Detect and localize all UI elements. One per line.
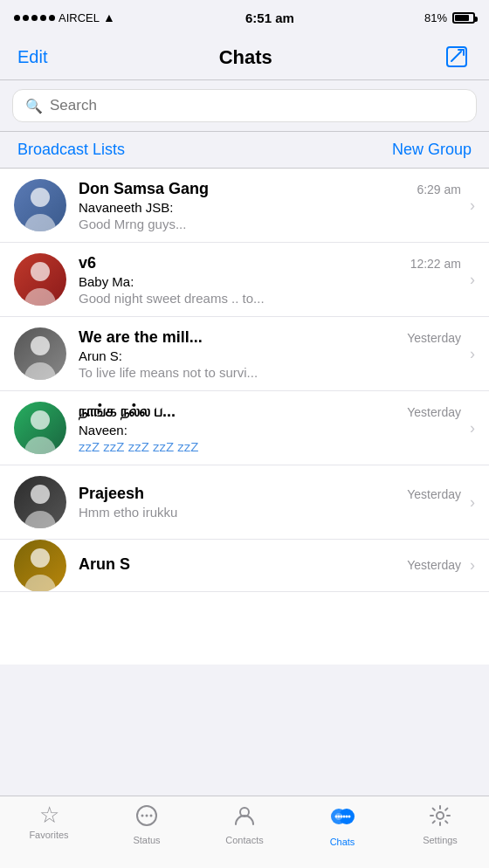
avatar <box>14 402 66 454</box>
tab-contacts-label: Contacts <box>225 835 263 845</box>
edit-button[interactable]: Edit <box>17 47 47 67</box>
status-bar: AIRCEL ▲ 6:51 am 81% <box>0 0 489 35</box>
chat-header: Don Samsa Gang6:29 am <box>79 180 461 198</box>
broadcast-lists-button[interactable]: Broadcast Lists <box>17 141 125 159</box>
search-bar[interactable]: 🔍 <box>12 89 477 122</box>
chat-name: v6 <box>79 254 96 272</box>
tab-settings-label: Settings <box>423 835 458 845</box>
chat-item[interactable]: v612:22 amBaby Ma:Good night sweet dream… <box>0 243 489 317</box>
chat-item[interactable]: Arun SYesterday› <box>0 540 489 592</box>
chat-preview: zzZ zzZ zzZ zzZ zzZ <box>79 439 461 454</box>
settings-icon <box>428 803 452 831</box>
chat-sender: Baby Ma: <box>79 274 461 289</box>
chat-header: நாங்க நல்ல ப...Yesterday <box>79 403 461 421</box>
chat-name: Don Samsa Gang <box>79 180 209 198</box>
chat-content: நாங்க நல்ல ப...YesterdayNaveen:zzZ zzZ z… <box>79 403 461 454</box>
signal-dot <box>31 15 38 21</box>
chevron-right-icon: › <box>470 419 475 437</box>
signal-dots <box>14 15 55 21</box>
page-title: Chats <box>219 46 272 69</box>
chat-content: v612:22 amBaby Ma:Good night sweet dream… <box>79 254 461 306</box>
svg-point-16 <box>437 812 444 819</box>
chevron-right-icon: › <box>470 556 475 575</box>
svg-point-5 <box>150 815 153 817</box>
tab-contacts[interactable]: Contacts <box>196 803 293 845</box>
wifi-icon: ▲ <box>103 10 115 24</box>
chat-list: Don Samsa Gang6:29 amNavaneeth JSB:Good … <box>0 169 489 665</box>
chats-icon <box>329 803 355 833</box>
signal-dot <box>49 15 55 21</box>
chat-content: Arun SYesterday <box>79 555 461 575</box>
chevron-right-icon: › <box>470 196 475 215</box>
chat-name: நாங்க நல்ல ப... <box>79 403 176 421</box>
chat-time: Yesterday <box>407 405 461 419</box>
tab-favorites-label: Favorites <box>29 830 68 840</box>
chat-item[interactable]: PrajeeshYesterdayHmm etho irukku› <box>0 465 489 540</box>
nav-bar: Edit Chats <box>0 35 489 80</box>
chat-header: PrajeeshYesterday <box>79 485 461 503</box>
tab-status[interactable]: Status <box>98 803 196 845</box>
carrier-name: AIRCEL ▲ <box>59 10 115 24</box>
chat-name: Prajeesh <box>79 485 144 503</box>
chat-sender: Naveen: <box>79 423 461 437</box>
chat-item[interactable]: Don Samsa Gang6:29 amNavaneeth JSB:Good … <box>0 169 489 243</box>
signal-dot <box>14 15 20 21</box>
search-input[interactable] <box>50 97 464 114</box>
chat-sender: Navaneeth JSB: <box>79 200 461 215</box>
chat-time: 12:22 am <box>410 257 461 271</box>
svg-point-12 <box>341 816 343 818</box>
chat-preview: Good night sweet dreams .. to... <box>79 291 461 306</box>
svg-point-10 <box>335 816 338 818</box>
chat-content: We are the mill...YesterdayArun S:To liv… <box>79 328 461 380</box>
chat-sender: Arun S: <box>79 348 461 363</box>
chat-time: 6:29 am <box>417 183 461 196</box>
avatar <box>14 476 66 528</box>
chat-preview: To live life means not to survi... <box>79 365 461 380</box>
status-time: 6:51 am <box>245 10 294 25</box>
avatar <box>14 179 66 231</box>
svg-point-13 <box>343 816 346 818</box>
avatar <box>14 253 66 306</box>
status-icon <box>134 803 159 831</box>
signal-dot <box>23 15 29 21</box>
chat-item[interactable]: நாங்க நல்ல ப...YesterdayNaveen:zzZ zzZ z… <box>0 391 489 465</box>
chevron-right-icon: › <box>470 493 475 512</box>
svg-point-4 <box>146 815 148 817</box>
chat-content: Don Samsa Gang6:29 amNavaneeth JSB:Good … <box>79 180 461 231</box>
svg-line-1 <box>451 52 461 61</box>
chat-item[interactable]: We are the mill...YesterdayArun S:To liv… <box>0 317 489 391</box>
chat-preview: Hmm etho irukku <box>79 505 461 520</box>
action-row: Broadcast Lists New Group <box>0 132 489 169</box>
favorites-icon: ☆ <box>39 803 59 826</box>
battery-icon <box>452 12 475 24</box>
tab-chats[interactable]: Chats <box>293 803 391 847</box>
tab-settings[interactable]: Settings <box>391 803 489 845</box>
chat-time: Yesterday <box>407 558 461 572</box>
chat-content: PrajeeshYesterdayHmm etho irukku <box>79 485 461 520</box>
battery-percent: 81% <box>424 11 447 24</box>
svg-point-14 <box>346 816 348 818</box>
avatar-silhouette <box>14 540 66 592</box>
avatar-silhouette <box>14 327 66 380</box>
tab-favorites[interactable]: ☆ Favorites <box>0 803 98 840</box>
battery-fill <box>455 15 469 21</box>
tab-status-label: Status <box>133 835 160 845</box>
compose-icon <box>445 45 470 70</box>
avatar <box>14 327 66 380</box>
contacts-icon <box>232 803 257 831</box>
avatar-silhouette <box>14 179 66 231</box>
avatar-silhouette <box>14 402 66 454</box>
svg-point-11 <box>338 816 341 818</box>
chat-name: We are the mill... <box>79 328 203 347</box>
avatar-silhouette <box>14 476 66 528</box>
chat-header: We are the mill...Yesterday <box>79 328 461 347</box>
chat-header: Arun SYesterday <box>79 555 461 574</box>
avatar <box>14 540 66 592</box>
status-right: 81% <box>424 11 475 24</box>
tab-bar: ☆ Favorites Status Contacts <box>0 796 489 868</box>
chat-time: Yesterday <box>407 331 461 345</box>
compose-button[interactable] <box>444 44 472 72</box>
avatar-silhouette <box>14 253 66 306</box>
new-group-button[interactable]: New Group <box>392 141 472 159</box>
signal-dot <box>40 15 46 21</box>
